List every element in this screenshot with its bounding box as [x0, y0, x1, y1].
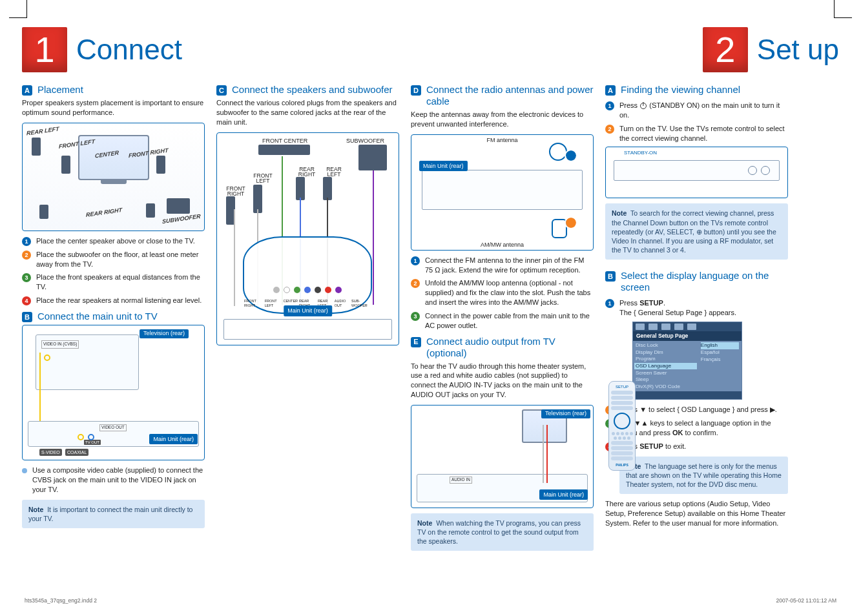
section-audio-title: Connect audio output from TV (optional) — [426, 336, 594, 359]
step3-marker: 3 — [22, 273, 31, 282]
note-viewing: Note To search for the correct viewing c… — [605, 203, 788, 260]
radio-diagram: FM antenna Main Unit (rear) AM/MW antenn… — [411, 134, 594, 251]
speaker-icon — [146, 203, 155, 218]
audio-diagram: Television (rear) AUDIO IN Main Unit (re… — [411, 405, 594, 508]
fm-label: FM antenna — [486, 136, 517, 144]
step-text: Press ▼ to select { OSD Language } and p… — [619, 405, 777, 415]
label-fr: FRONT RIGHT — [222, 186, 249, 198]
socket-label: SUB-WOOFER — [351, 299, 371, 309]
step-number-2: 2 — [703, 27, 748, 72]
txt: Press — [619, 101, 639, 109]
txt: The { General Setup Page } appears. — [619, 309, 736, 316]
step-text: Turn on the TV. Use the TVs remote contr… — [619, 124, 788, 143]
label-subwoofer: SUBWOOFER — [162, 212, 201, 225]
placement-lead: Proper speakers system placement is impo… — [22, 98, 205, 118]
step1-marker: 1 — [411, 256, 420, 265]
osd-item-selected: OSD Language — [634, 363, 697, 369]
main-unit-label: Main Unit (rear) — [539, 489, 588, 500]
main-unit-label: Main Unit (rear) — [419, 161, 468, 171]
badge-b2: B — [605, 271, 616, 282]
power-icon — [640, 103, 647, 109]
note-text: When watching the TV programs, you can p… — [417, 519, 581, 545]
main-unit-label: Main Unit (rear) — [284, 305, 332, 316]
jack-cvbs — [44, 354, 50, 361]
note-language: Note The language set here is only for t… — [619, 457, 788, 495]
plug-icon — [294, 287, 300, 293]
section-language-title: Select the display language on the scree… — [621, 270, 788, 293]
tv-label: Television (rear) — [541, 409, 590, 418]
step-text: Press (STANDBY ON) on the main unit to t… — [619, 101, 788, 120]
osd-screenshot: General Setup Page Disc Lock Display Dim… — [632, 322, 742, 400]
socket-label: FRONT LEFT — [265, 299, 282, 309]
osd-menu-left: Disc Lock Display Dim Program OSD Langua… — [633, 341, 698, 391]
speaker-wiring-diagram: FRONT CENTER SUBWOOFER FRONT RIGHT FRONT… — [216, 132, 399, 345]
label-front-center: FRONT CENTER — [262, 137, 307, 145]
step-number-1: 1 — [22, 27, 67, 72]
speakers-lead: Connect the various colored plugs from t… — [216, 98, 399, 127]
badge-a2: A — [605, 85, 616, 96]
plug-icon — [335, 287, 342, 293]
label-rr: REAR RIGHT — [293, 167, 320, 178]
player-front-panel — [614, 160, 780, 181]
txt: to confirm. — [683, 429, 718, 436]
placement-steps: 1Place the center speaker above or close… — [22, 236, 205, 305]
txt: SETUP — [639, 299, 663, 307]
title-setup: Set up — [757, 30, 839, 68]
note-audio: Note When watching the TV programs, you … — [411, 513, 594, 551]
badge-d: D — [411, 85, 421, 96]
step-text: Place the front speakers at equal distan… — [36, 272, 205, 292]
jack-blue — [88, 434, 94, 440]
crop-mark-tr — [834, 0, 852, 18]
note-text: To search for the correct viewing channe… — [612, 209, 776, 254]
section-1-header: 1 Connect — [22, 27, 182, 72]
label-tv-out: TV OUT — [84, 440, 101, 445]
badge-a: A — [22, 85, 32, 96]
note-text: It is important to connect the main unit… — [28, 506, 192, 522]
remote-nav-wheel — [614, 413, 630, 429]
audio-lead: To hear the TV audio through this home t… — [411, 362, 594, 400]
antenna-am-icon — [552, 219, 567, 238]
step-text: Unfold the AM/MW loop antenna (optional … — [425, 278, 594, 307]
tv-label: Television (rear) — [140, 329, 189, 338]
step3-marker: 3 — [411, 312, 420, 321]
label-rear-right: REAR RIGHT — [86, 206, 122, 219]
badge-c: C — [216, 85, 227, 96]
magnified-jack-panel: FRONT RIGHT FRONT LEFT CENTER REAR RIGHT… — [243, 236, 372, 314]
note-tv-connect: Note It is important to connect the main… — [22, 500, 205, 528]
wire — [234, 209, 235, 306]
osd-option: Français — [701, 356, 739, 364]
step2-marker: 2 — [22, 251, 31, 260]
note-text: The language set here is only for the me… — [626, 462, 782, 488]
step1-marker: 1 — [605, 101, 614, 110]
cable-white — [543, 425, 544, 483]
speaker-icon — [32, 138, 41, 156]
callout-1 — [566, 150, 576, 161]
placement-diagram: REAR LEFT FRONT LEFT CENTER FRONT RIGHT … — [22, 123, 205, 231]
tv-connect-diagram: Television (rear) VIDEO IN (CVBS) VIDEO … — [22, 325, 205, 460]
step4-marker: 4 — [22, 296, 31, 305]
plug-icon — [273, 287, 280, 293]
osd-option-selected: English — [701, 342, 739, 349]
osd-title: General Setup Page — [633, 331, 742, 341]
channel-diagram: STANDBY-ON — [605, 147, 788, 198]
txt: to exit. — [663, 442, 686, 450]
txt: SETUP — [639, 442, 663, 450]
crop-mark-tl — [9, 0, 27, 18]
label-fl: FRONT LEFT — [249, 173, 276, 185]
subwoofer-icon — [167, 198, 190, 214]
section-tv-title: Connect the main unit to TV — [37, 311, 158, 322]
subwoofer-icon — [358, 145, 387, 170]
label-video-in: VIDEO IN (CVBS) — [41, 340, 79, 349]
osd-item: Screen Saver — [636, 370, 696, 376]
txt: . — [663, 299, 665, 307]
bullet-marker — [22, 468, 27, 473]
callout-2 — [566, 218, 576, 228]
plug-icon — [315, 287, 321, 293]
jack-tv-out — [78, 434, 84, 440]
plug-icon — [325, 287, 331, 293]
remote-setup-label: SETUP — [611, 384, 633, 389]
socket-label: FRONT RIGHT — [244, 299, 264, 309]
tv-rear-panel: VIDEO IN (CVBS) — [36, 334, 139, 390]
footer-right: 2007-05-02 11:01:12 AM — [776, 597, 836, 604]
title-connect: Connect — [76, 30, 182, 68]
